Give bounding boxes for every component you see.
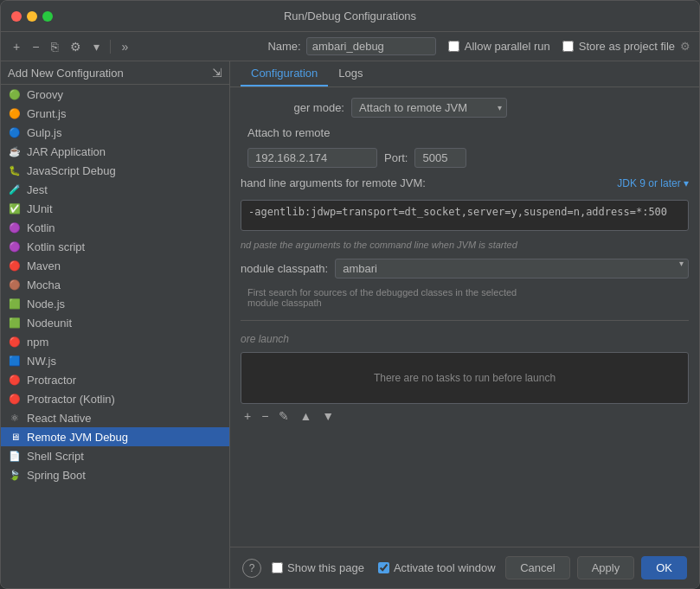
remove-config-button[interactable]: − <box>29 38 42 55</box>
ip-input[interactable] <box>247 148 377 168</box>
title-bar: Run/Debug Configurations <box>1 1 699 32</box>
activate-window-checkbox[interactable] <box>378 562 389 573</box>
sidebar-item-mocha[interactable]: 🟤Mocha <box>1 275 229 294</box>
copy-config-button[interactable]: ⎘ <box>48 38 61 55</box>
sidebar-item-nodeunit[interactable]: 🟩Nodeunit <box>1 313 229 332</box>
cmd-args-label-row: hand line arguments for remote JVM: JDK … <box>241 176 689 189</box>
javascript-debug-icon: 🐛 <box>8 163 22 177</box>
activate-window-label[interactable]: Activate tool window <box>378 561 496 574</box>
groovy-icon: 🟢 <box>8 87 22 101</box>
sidebar-item-npm[interactable]: 🔴npm <box>1 332 229 351</box>
sidebar-item-label: Nodeunit <box>27 317 72 330</box>
module-classpath-select[interactable]: ambari <box>335 259 689 278</box>
cancel-button[interactable]: Cancel <box>505 556 569 579</box>
sidebar-item-groovy[interactable]: 🟢Groovy <box>1 85 229 104</box>
dropdown-button[interactable]: ▾ <box>90 38 103 55</box>
settings-button[interactable]: ⚙ <box>67 38 85 55</box>
sidebar-item-nwjs[interactable]: 🟦NW.js <box>1 351 229 370</box>
store-project-checkbox[interactable] <box>562 41 574 52</box>
minimize-button[interactable] <box>27 11 37 22</box>
gulp-icon: 🔵 <box>8 125 22 139</box>
allow-parallel-label[interactable]: Allow parallel run <box>448 40 550 53</box>
sidebar-item-nodejs[interactable]: 🟩Node.js <box>1 294 229 313</box>
debugger-mode-select-wrapper: Attach to remote JVM ▾ <box>351 98 507 118</box>
nwjs-icon: 🟦 <box>8 354 22 368</box>
spring-boot-icon: 🍃 <box>8 468 22 482</box>
traffic-lights <box>11 11 53 22</box>
protractor-kotlin-icon: 🔴 <box>8 392 22 406</box>
maven-icon: 🔴 <box>8 259 22 272</box>
sidebar-item-spring-boot[interactable]: 🍃Spring Boot <box>1 465 229 484</box>
attach-label: Attach to remote <box>241 126 689 139</box>
launch-remove-button[interactable]: − <box>258 407 272 425</box>
content-body: ger mode: Attach to remote JVM ▾ Attach … <box>230 87 699 547</box>
cmd-args-display: -agentlib:jdwp=transport=dt_socket,serve… <box>241 200 689 231</box>
sidebar-item-jar[interactable]: ☕JAR Application <box>1 142 229 161</box>
launch-toolbar: + − ✎ ▲ ▼ <box>241 407 689 425</box>
close-button[interactable] <box>11 11 22 22</box>
sidebar-item-javascript-debug[interactable]: 🐛JavaScript Debug <box>1 161 229 180</box>
before-launch-label: ore launch <box>241 333 689 345</box>
add-new-config-row: Add New Configuration ⇲ <box>1 61 229 85</box>
sidebar-item-label: JavaScript Debug <box>27 164 116 177</box>
kotlin-icon: 🟣 <box>8 221 22 234</box>
nodejs-icon: 🟩 <box>8 297 22 311</box>
allow-parallel-checkbox[interactable] <box>448 41 459 52</box>
sidebar-item-kotlin[interactable]: 🟣Kotlin <box>1 218 229 237</box>
sidebar-item-label: NW.js <box>27 355 56 368</box>
sidebar-item-label: Remote JVM Debug <box>27 431 128 444</box>
port-input[interactable] <box>414 148 466 168</box>
before-launch-area: There are no tasks to run before launch <box>241 352 689 404</box>
react-native-icon: ⚛ <box>8 411 22 425</box>
module-classpath-label: nodule classpath: <box>241 262 328 275</box>
sidebar-item-remote-jvm-debug[interactable]: 🖥Remote JVM Debug <box>1 427 229 446</box>
launch-down-button[interactable]: ▼ <box>318 407 337 425</box>
add-new-config-label: Add New Configuration <box>8 67 124 80</box>
cmd-hint: nd paste the arguments to the command li… <box>241 240 689 250</box>
sidebar-item-label: Groovy <box>27 88 63 101</box>
more-button[interactable]: » <box>118 38 132 55</box>
show-page-label[interactable]: Show this page <box>272 561 364 574</box>
sidebar-item-label: Protractor (Kotlin) <box>27 393 115 406</box>
launch-add-button[interactable]: + <box>241 407 254 425</box>
sidebar-item-react-native[interactable]: ⚛React Native <box>1 408 229 427</box>
jdk-link[interactable]: JDK 9 or later ▾ <box>617 177 689 189</box>
npm-icon: 🔴 <box>8 335 22 349</box>
sidebar-item-junit[interactable]: ✅JUnit <box>1 199 229 218</box>
sidebar-item-jest[interactable]: 🧪Jest <box>1 180 229 199</box>
footer-checkboxes: Show this page Activate tool window <box>272 561 496 574</box>
ip-port-row: Port: <box>241 148 689 168</box>
jar-icon: ☕ <box>8 144 22 158</box>
footer: ? Show this page Activate tool window Ca <box>230 547 699 588</box>
show-page-checkbox[interactable] <box>272 562 283 573</box>
sidebar-item-grunt[interactable]: 🟠Grunt.js <box>1 104 229 123</box>
store-project-label[interactable]: Store as project file <box>562 40 675 53</box>
sidebar-item-protractor[interactable]: 🔴Protractor <box>1 370 229 389</box>
sidebar-item-label: Gulp.js <box>27 126 61 139</box>
launch-edit-button[interactable]: ✎ <box>275 407 292 425</box>
debugger-mode-select[interactable]: Attach to remote JVM <box>351 98 507 118</box>
classpath-select-wrapper: ambari ▾ <box>335 259 689 278</box>
ok-button[interactable]: OK <box>641 556 687 579</box>
sidebar-item-protractor-kotlin[interactable]: 🔴Protractor (Kotlin) <box>1 389 229 408</box>
sidebar-item-label: React Native <box>27 412 91 425</box>
sidebar-item-label: Grunt.js <box>27 107 67 120</box>
name-label: Name: <box>267 40 300 53</box>
maximize-button[interactable] <box>42 11 53 22</box>
sidebar-item-gulp[interactable]: 🔵Gulp.js <box>1 123 229 142</box>
tab-logs[interactable]: Logs <box>328 61 373 86</box>
tabs-bar: ConfigurationLogs <box>230 61 699 87</box>
sidebar-item-shell-script[interactable]: 📄Shell Script <box>1 446 229 465</box>
protractor-icon: 🔴 <box>8 373 22 387</box>
kotlin-script-icon: 🟣 <box>8 240 22 253</box>
store-settings-icon: ⚙ <box>680 40 690 53</box>
apply-button[interactable]: Apply <box>577 556 635 579</box>
module-classpath-row: nodule classpath: ambari ▾ <box>241 259 689 278</box>
sidebar-item-maven[interactable]: 🔴Maven <box>1 256 229 275</box>
sidebar-item-kotlin-script[interactable]: 🟣Kotlin script <box>1 237 229 256</box>
config-name-input[interactable] <box>306 37 436 55</box>
add-config-button[interactable]: + <box>10 38 23 55</box>
tab-configuration[interactable]: Configuration <box>241 61 328 86</box>
launch-up-button[interactable]: ▲ <box>296 407 315 425</box>
help-button[interactable]: ? <box>242 559 261 578</box>
